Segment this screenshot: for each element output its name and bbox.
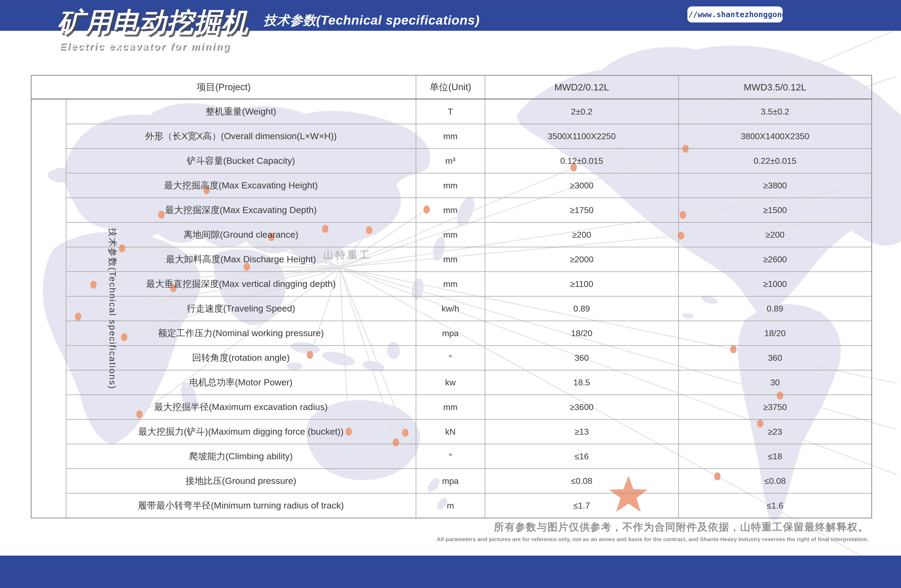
col-header-model-mwd2: MWD2/0.12L xyxy=(485,75,678,99)
table-row: 最大挖掘高度(Max Excavating Height) mm ≥3000 ≥… xyxy=(31,173,872,198)
table-row: 最大挖掘力(铲斗)(Maximum digging force (bucket)… xyxy=(31,420,872,444)
value-cell-mwd2: 18.5 xyxy=(485,370,678,395)
project-cell: 铲斗容量(Bucket Capacity) xyxy=(66,148,416,173)
unit-cell: mm xyxy=(416,247,485,271)
project-cell: 爬坡能力(Climbing ability) xyxy=(66,444,416,469)
table-row: 最大挖掘半径(Maximum excavation radius) mm ≥36… xyxy=(31,395,872,420)
unit-cell: m³ xyxy=(416,148,485,173)
project-cell: 最大挖掘力(铲斗)(Maximum digging force (bucket)… xyxy=(66,420,416,444)
table-header-row: 项目(Project) 单位(Unit) MWD2/0.12L MWD3.5/0… xyxy=(31,75,872,99)
value-cell-mwd2: ≥1100 xyxy=(485,271,678,296)
side-label-cell: 技术参数(Technical specifications) xyxy=(31,99,66,518)
table-row: 回转角度(rotation angle) ° 360 360 xyxy=(31,346,872,370)
col-header-project: 项目(Project) xyxy=(31,75,416,99)
value-cell-mwd2: 2±0.2 xyxy=(485,99,678,124)
project-cell: 履带最小转弯半径(Minimum turning radius of track… xyxy=(66,493,416,518)
unit-cell: mm xyxy=(416,124,485,148)
value-cell-mwd35: ≤1.6 xyxy=(678,493,872,518)
value-cell-mwd35: 0.22±0.015 xyxy=(678,148,872,173)
value-cell-mwd35: ≥3750 xyxy=(678,395,872,420)
value-cell-mwd35: 360 xyxy=(678,346,872,370)
side-label: 技术参数(Technical specifications) xyxy=(106,228,118,390)
value-cell-mwd35: ≥1500 xyxy=(678,198,872,222)
unit-cell: mm xyxy=(416,222,485,247)
col-header-model-mwd35: MWD3.5/0.12L xyxy=(678,75,872,99)
unit-cell: mm xyxy=(416,198,485,222)
value-cell-mwd35: 3.5±0.2 xyxy=(678,99,872,124)
value-cell-mwd35: 18/20 xyxy=(678,321,872,346)
project-cell: 整机重量(Weight) xyxy=(66,99,416,124)
table-row: 履带最小转弯半径(Minimum turning radius of track… xyxy=(31,493,872,518)
value-cell-mwd2: ≥1750 xyxy=(485,198,678,222)
value-cell-mwd35: 30 xyxy=(678,370,872,395)
value-cell-mwd35: ≥3800 xyxy=(678,173,872,198)
value-cell-mwd2: ≥3600 xyxy=(485,395,678,420)
unit-cell: mm xyxy=(416,395,485,420)
project-cell: 接地比压(Ground pressure) xyxy=(66,469,416,493)
unit-cell: T xyxy=(416,99,485,124)
value-cell-mwd35: ≥2600 xyxy=(678,247,872,271)
disclaimer-english: All parameters and pictures are for refe… xyxy=(436,536,868,543)
page-title: 技术参数(Technical specifications) xyxy=(263,12,480,29)
project-cell: 最大挖掘深度(Max Excavating Depth) xyxy=(66,198,416,222)
table-row: 电机总功率(Motor Power) kw 18.5 30 xyxy=(31,370,872,395)
value-cell-mwd2: 0.12±0.015 xyxy=(485,148,678,173)
table-row: 行走速度(Traveling Speed) kw/h 0.89 0.89 xyxy=(31,296,872,321)
value-cell-mwd2: 3500X1100X2250 xyxy=(485,124,678,148)
unit-cell: ° xyxy=(416,444,485,469)
table-row: 最大挖掘深度(Max Excavating Depth) mm ≥1750 ≥1… xyxy=(31,198,872,222)
spec-table: 项目(Project) 单位(Unit) MWD2/0.12L MWD3.5/0… xyxy=(31,75,872,518)
footer-disclaimer: 所有参数与图片仅供参考，不作为合同附件及依据，山特重工保留最终解释权。 All … xyxy=(436,520,868,543)
col-header-unit: 单位(Unit) xyxy=(416,75,485,99)
disclaimer-chinese: 所有参数与图片仅供参考，不作为合同附件及依据，山特重工保留最终解释权。 xyxy=(436,520,868,534)
value-cell-mwd2: ≥3000 xyxy=(485,173,678,198)
project-cell: 外形（长X宽X高）(Overall dimension(L×W×H)) xyxy=(66,124,416,148)
unit-cell: kN xyxy=(416,420,485,444)
unit-cell: mpa xyxy=(416,321,485,346)
unit-cell: ° xyxy=(416,346,485,370)
unit-cell: mm xyxy=(416,173,485,198)
table-row: 爬坡能力(Climbing ability) ° ≤16 ≤18 xyxy=(31,444,872,469)
unit-cell: kw/h xyxy=(416,296,485,321)
table-row: 外形（长X宽X高）(Overall dimension(L×W×H)) mm 3… xyxy=(31,124,872,148)
table-row: 最大垂直挖掘深度(Max vertical dingging depth) mm… xyxy=(31,271,872,296)
value-cell-mwd2: ≤16 xyxy=(485,444,678,469)
table-row: 离地间隙(Ground clearance) mm ≥200 ≥200 xyxy=(31,222,872,247)
logo-english: Electric excavator for mining xyxy=(59,41,231,52)
value-cell-mwd35: ≤18 xyxy=(678,444,872,469)
website-url: Http://www.shantezhonggong.com xyxy=(665,10,805,19)
table-row: 最大卸料高度(Max Discharge Height) mm ≥2000 ≥2… xyxy=(31,247,872,271)
value-cell-mwd2: 0.89 xyxy=(485,296,678,321)
unit-cell: kw xyxy=(416,370,485,395)
value-cell-mwd35: ≥200 xyxy=(678,222,872,247)
unit-cell: m xyxy=(416,493,485,518)
table-row: 额定工作压力(Nominal working pressure) mpa 18/… xyxy=(31,321,872,346)
value-cell-mwd35: ≥1000 xyxy=(678,271,872,296)
logo-chinese: 矿用电动挖掘机 xyxy=(58,8,249,36)
unit-cell: mpa xyxy=(416,469,485,493)
table-row: 铲斗容量(Bucket Capacity) m³ 0.12±0.015 0.22… xyxy=(31,148,872,173)
value-cell-mwd35: ≥23 xyxy=(678,420,872,444)
table-row: 技术参数(Technical specifications) 整机重量(Weig… xyxy=(31,99,872,124)
value-cell-mwd2: 18/20 xyxy=(485,321,678,346)
project-cell: 最大挖掘半径(Maximum excavation radius) xyxy=(66,395,416,420)
value-cell-mwd2: ≥200 xyxy=(485,222,678,247)
value-cell-mwd2: ≤0.08 xyxy=(485,469,678,493)
website-url-badge: Http://www.shantezhonggong.com xyxy=(687,6,783,22)
value-cell-mwd2: 360 xyxy=(485,346,678,370)
value-cell-mwd2: ≤1.7 xyxy=(485,493,678,518)
value-cell-mwd35: 3800X1400X2350 xyxy=(678,124,872,148)
bottom-bar xyxy=(0,555,901,588)
value-cell-mwd35: ≤0.08 xyxy=(678,469,872,493)
project-cell: 最大挖掘高度(Max Excavating Height) xyxy=(66,173,416,198)
unit-cell: mm xyxy=(416,271,485,296)
value-cell-mwd35: 0.89 xyxy=(678,296,872,321)
value-cell-mwd2: ≥13 xyxy=(485,420,678,444)
spec-sheet-page: 山特重工 矿用电动挖掘机 Electric excavator for mini… xyxy=(0,0,901,588)
value-cell-mwd2: ≥2000 xyxy=(485,247,678,271)
table-row: 接地比压(Ground pressure) mpa ≤0.08 ≤0.08 xyxy=(31,469,872,493)
